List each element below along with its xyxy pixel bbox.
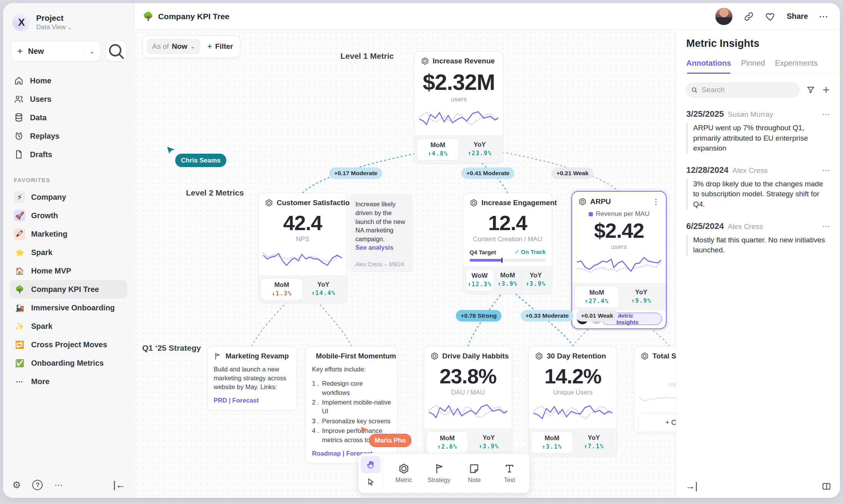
connect-data-button[interactable]: + Connec <box>638 414 676 431</box>
text-tool-button[interactable]: Text <box>492 456 527 491</box>
tab-annotations[interactable]: Annotations <box>686 59 731 73</box>
home-icon <box>14 76 24 86</box>
metric-card-30-day-retention[interactable]: 30 Day Retention 14.2% Unique Users MoM↑… <box>528 346 617 456</box>
collaborator-cursor-maria: Maria Pho <box>360 426 412 447</box>
doc-title: 🌳 Company KPI Tree <box>143 12 229 22</box>
panel-tabs: Annotations Pinned Experiments <box>676 50 840 74</box>
kpi-tree-canvas[interactable]: As of Now ⌄ + Filter Level 1 Metric Leve… <box>134 30 676 498</box>
ellipsis-icon: ••• <box>14 376 25 387</box>
metric-card-arpu[interactable]: ARPU ⋮ Revenue per MAU $2.42 users MoM↑2… <box>572 192 666 310</box>
metric-card-total-subscriptions[interactable]: Total Subscript + Connec <box>634 346 676 433</box>
sidebar-item-spark-2[interactable]: ✨Spark <box>10 317 127 335</box>
collapse-sidebar-icon[interactable]: |← <box>113 479 126 491</box>
metric-card-customer-satisfaction[interactable]: Customer Satisfaction 42.4 NPS MoM↓1.3% … <box>258 193 347 303</box>
metric-card-increase-revenue[interactable]: Increase Revenue $2.32M users MoM↑4.8% Y… <box>414 51 503 163</box>
annotation-menu-icon[interactable]: ⋯ <box>822 222 830 231</box>
tab-pinned[interactable]: Pinned <box>741 59 765 73</box>
sidebar-item-more[interactable]: •••More <box>10 372 127 391</box>
add-annotation-icon[interactable] <box>821 85 831 94</box>
see-analysis-link[interactable]: See analysis <box>355 244 408 251</box>
favorite-heart-icon[interactable] <box>765 11 776 22</box>
sparkline-chart <box>428 400 508 424</box>
edge-label: +0.33 Moderate <box>521 310 574 322</box>
annotations-list: 3/25/2025 Susan Murray ⋯ ARPU went up 7%… <box>676 98 840 255</box>
sidebar-item-spark[interactable]: ⭐Spark <box>10 243 127 262</box>
edge-label: +0.41 Moderate <box>461 167 514 179</box>
select-tool-button[interactable] <box>361 473 381 491</box>
sidebar-item-company[interactable]: ⚡Company <box>10 188 127 206</box>
edge-label: +0.17 Moderate <box>329 167 382 179</box>
strategy-links[interactable]: PRD | Forecast <box>214 397 290 404</box>
canvas-note[interactable]: Increase likely driven by the launch of … <box>350 194 413 272</box>
target-progress-bar <box>470 259 546 262</box>
panel-title: Metric Insights <box>676 30 840 50</box>
metric-card-arpu-selected[interactable]: ARPU ⋮ Revenue per MAU $2.42 users MoM↑2… <box>571 191 667 329</box>
star-icon: ⭐ <box>14 247 25 258</box>
hexagon-metric-icon <box>535 352 543 360</box>
sidebar-search-button[interactable] <box>106 41 126 61</box>
help-icon[interactable]: ? <box>32 480 43 490</box>
replay-clock-icon <box>14 131 24 141</box>
strategy-tool-button[interactable]: Strategy <box>422 456 457 491</box>
filter-funnel-icon[interactable] <box>806 85 815 94</box>
sidebar-item-home-mvp[interactable]: 🏠Home MVP <box>10 262 127 280</box>
sidebar-item-replays[interactable]: Replays <box>10 127 127 145</box>
sidebar-item-drafts[interactable]: Drafts <box>10 145 127 164</box>
metric-unit: users <box>415 96 503 103</box>
search-input[interactable] <box>702 86 795 94</box>
annotation-menu-icon[interactable]: ⋯ <box>822 109 830 119</box>
collaborator-cursor-chris: Chris Seams <box>167 146 226 167</box>
sidebar-item-home[interactable]: Home <box>10 71 127 90</box>
tab-experiments[interactable]: Experiments <box>775 59 818 73</box>
project-switcher[interactable]: X Project Data View⌄ <box>10 12 127 32</box>
house-icon: 🏠 <box>14 265 25 277</box>
layout-columns-icon[interactable] <box>821 481 831 491</box>
sidebar-item-users[interactable]: Users <box>10 90 127 108</box>
metric-card-increase-engagement[interactable]: Increase Engagement 12.4 Content Creatio… <box>463 193 552 294</box>
chevron-down-icon: ⌄ <box>190 43 195 50</box>
user-avatar[interactable] <box>715 8 733 25</box>
metric-card-drive-daily-habbits[interactable]: Drive Daily Habbits 23.8% DAU / MAU MoM↑… <box>424 346 512 456</box>
chevron-down-icon[interactable]: ⌄ <box>90 48 95 55</box>
sidebar-item-onboarding-metrics[interactable]: ✅Onboarding Metrics <box>10 354 127 372</box>
sidebar-item-marketing[interactable]: 🖍Marketing <box>10 225 127 243</box>
sidebar-item-data[interactable]: Data <box>10 108 127 127</box>
edge-label: +0.78 Strong <box>456 310 501 322</box>
more-menu-icon[interactable]: ⋯ <box>819 11 828 22</box>
annotation-item[interactable]: 12/28/2024 Alex Cress ⋯ 3% drop likely d… <box>686 165 830 210</box>
sidebar-item-growth[interactable]: 🚀Growth <box>10 206 127 225</box>
collapse-panel-icon[interactable]: →| <box>685 481 698 492</box>
sidebar-item-cross-project-moves[interactable]: 🔁Cross Project Moves <box>10 335 127 354</box>
as-of-selector[interactable]: As of Now ⌄ <box>147 39 200 54</box>
search-icon <box>106 41 126 61</box>
sidebar-item-immersive-onboarding[interactable]: 🚂Immersive Onboarding <box>10 298 127 317</box>
share-button[interactable]: Share <box>787 12 808 21</box>
train-icon: 🚂 <box>14 302 25 313</box>
stat-yoy: YoY↑23.9% <box>459 138 501 161</box>
stat-yoy: YoY↑3.9% <box>468 431 509 454</box>
metric-unit: users <box>572 243 666 251</box>
copy-link-icon[interactable] <box>743 11 754 22</box>
annotation-menu-icon[interactable]: ⋯ <box>822 166 830 175</box>
annotation-item[interactable]: 6/25/2024 Alex Cress ⋯ Mostly flat this … <box>686 221 830 255</box>
metric-tool-button[interactable]: Metric <box>386 456 422 491</box>
tree-icon: 🌳 <box>14 284 25 295</box>
note-tool-button[interactable]: Note <box>457 456 492 491</box>
flag-icon <box>214 352 222 360</box>
sparkline-chart <box>576 255 662 279</box>
stat-yoy: YoY↑3.9% <box>521 269 549 291</box>
sidebar-item-company-kpi-tree[interactable]: 🌳Company KPI Tree <box>10 280 127 298</box>
sidebar-nav: Home Users Data Replays Drafts <box>10 71 127 164</box>
tree-icon: 🌳 <box>143 12 153 22</box>
workspace-switcher[interactable]: Data View⌄ <box>36 23 72 31</box>
collaborator-name-tag: Maria Pho <box>369 434 412 447</box>
settings-gear-icon[interactable]: ⚙ <box>12 479 21 491</box>
annotations-search[interactable] <box>685 82 800 98</box>
filter-button[interactable]: + Filter <box>207 41 233 51</box>
strategy-card-marketing-revamp[interactable]: Marketing Revamp Build and launch a new … <box>207 346 297 411</box>
more-options-icon[interactable]: ⋯ <box>54 480 63 490</box>
annotation-item[interactable]: 3/25/2025 Susan Murray ⋯ ARPU went up 7%… <box>686 109 830 154</box>
hand-tool-button[interactable] <box>361 456 381 473</box>
card-menu-icon[interactable]: ⋮ <box>652 197 660 206</box>
new-button[interactable]: + New ⌄ <box>11 41 101 61</box>
